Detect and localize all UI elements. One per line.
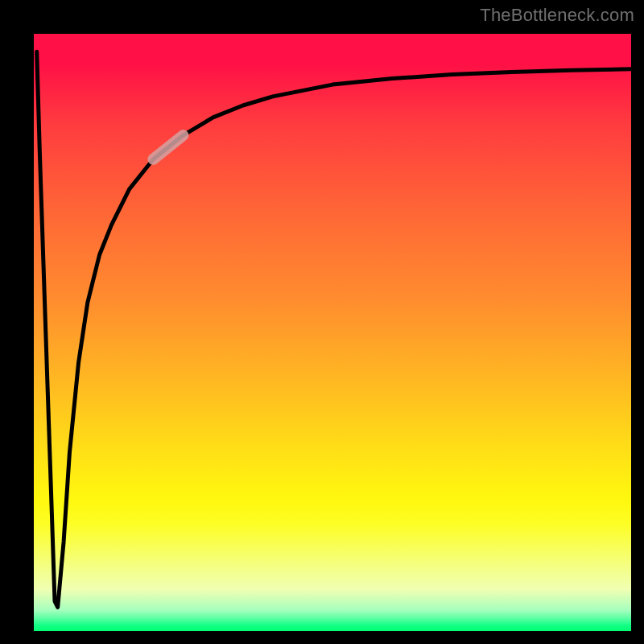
- bottleneck-curve-path: [37, 52, 631, 607]
- curve-svg: [34, 34, 631, 631]
- attribution-text: TheBottleneck.com: [480, 5, 634, 26]
- chart-plot-area: [27, 27, 638, 638]
- curve-highlight-band: [153, 135, 183, 159]
